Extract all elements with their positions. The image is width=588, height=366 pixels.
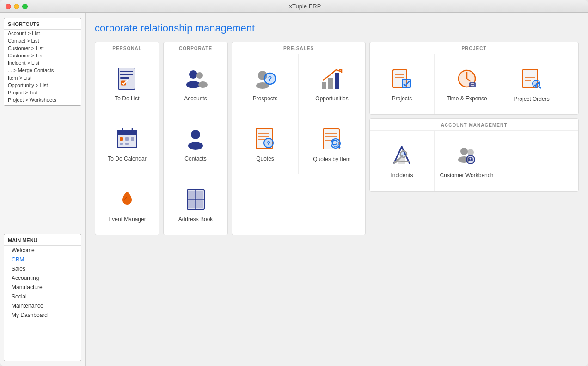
svg-rect-28 [196, 191, 203, 199]
shortcut-customer-list1[interactable]: Customer > List [4, 44, 81, 52]
incidents-label: Incidents [391, 172, 413, 179]
svg-rect-15 [125, 143, 129, 145]
shortcut-project-list[interactable]: Project > List [4, 89, 81, 96]
menu-sales[interactable]: Sales [4, 264, 81, 273]
event-manager-item[interactable]: Event Manager [95, 174, 159, 235]
shortcut-account-list[interactable]: Account > List [4, 30, 81, 37]
presales-header: PRE-SALES [232, 42, 365, 54]
event-manager-icon [115, 187, 140, 212]
main-menu-box: MAIN MENU Welcome CRM Sales Accounting M… [4, 234, 81, 361]
menu-social[interactable]: Social [4, 292, 81, 301]
shortcut-project-worksheets[interactable]: Project > Worksheets [4, 96, 81, 104]
project-orders-label: Project Orders [514, 96, 549, 102]
address-book-label: Address Book [178, 216, 213, 223]
corporate-header: CORPORATE [164, 42, 227, 54]
time-expense-icon [454, 66, 480, 92]
todo-list-item[interactable]: To Do List [95, 54, 159, 114]
contacts-item[interactable]: Contacts [164, 114, 227, 174]
quotes-by-item-icon [319, 127, 345, 152]
menu-my-dashboard[interactable]: My Dashboard [4, 310, 81, 320]
svg-rect-14 [120, 143, 123, 145]
svg-rect-37 [328, 78, 333, 89]
projects-icon [389, 66, 415, 92]
app-window: xTuple ERP SHORTCUTS Account > List Cont… [0, 0, 588, 366]
address-book-icon [183, 187, 208, 212]
svg-point-84 [460, 148, 468, 155]
svg-point-16 [189, 70, 197, 79]
menu-manufacture[interactable]: Manufacture [4, 283, 81, 292]
accounts-icon [183, 66, 208, 92]
svg-point-17 [186, 81, 200, 88]
maximize-button[interactable] [22, 4, 28, 9]
svg-rect-29 [188, 200, 195, 208]
todo-calendar-item[interactable]: To Do Calendar [95, 114, 159, 174]
shortcut-item-list[interactable]: Item > List [4, 74, 81, 81]
shortcut-contact-list[interactable]: Contact > List [4, 37, 81, 44]
close-button[interactable] [6, 4, 11, 9]
project-orders-item[interactable]: Project Orders [499, 54, 564, 114]
corporate-section: CORPORATE Accounts [163, 42, 228, 235]
main-content: corporate relationship management PERSON… [86, 13, 588, 366]
project-section: PROJECT [369, 42, 579, 115]
address-book-item[interactable]: Address Book [164, 174, 227, 235]
projects-label: Projects [392, 95, 412, 102]
shortcut-customer-list2[interactable]: Customer > List [4, 52, 81, 59]
project-orders-icon [519, 67, 545, 92]
svg-point-21 [188, 142, 203, 150]
menu-accounting[interactable]: Accounting [4, 273, 81, 283]
svg-rect-36 [322, 82, 326, 89]
time-expense-item[interactable]: Time & Expense [435, 54, 499, 114]
menu-welcome[interactable]: Welcome [4, 246, 81, 255]
customer-workbench-item[interactable]: Customer Workbench [435, 131, 499, 191]
todo-calendar-icon [115, 126, 140, 152]
minimize-button[interactable] [14, 4, 19, 9]
svg-point-86 [467, 149, 474, 155]
sidebar: SHORTCUTS Account > List Contact > List … [0, 13, 86, 366]
menu-crm[interactable]: CRM [4, 255, 81, 264]
shortcuts-box: SHORTCUTS Account > List Contact > List … [4, 18, 81, 106]
account-mgmt-header: ACCOUNT MANAGEMENT [370, 119, 578, 131]
quotes-item[interactable]: ? Quotes [232, 114, 299, 174]
projects-item[interactable]: Projects [370, 54, 435, 114]
todo-calendar-label: To Do Calendar [108, 155, 146, 162]
shortcut-opportunity-list[interactable]: Opportunity > List [4, 81, 81, 89]
opportunities-item[interactable]: Opportunities [299, 54, 365, 114]
menu-maintenance[interactable]: Maintenance [4, 301, 81, 310]
svg-rect-67 [469, 82, 476, 87]
opportunities-label: Opportunities [315, 95, 348, 102]
svg-text:?: ? [268, 75, 272, 82]
svg-rect-61 [402, 79, 410, 87]
shortcut-merge-contacts[interactable]: ... > Merge Contacts [4, 67, 81, 74]
svg-point-89 [469, 159, 471, 161]
svg-rect-11 [120, 137, 123, 141]
shortcuts-header: SHORTCUTS [4, 20, 81, 30]
project-header: PROJECT [370, 42, 578, 54]
time-expense-label: Time & Expense [447, 95, 487, 102]
contacts-label: Contacts [184, 155, 206, 162]
page-title: corporate relationship management [95, 22, 579, 34]
svg-point-19 [198, 81, 208, 88]
svg-rect-27 [188, 191, 195, 199]
customer-workbench-icon [454, 143, 479, 168]
incidents-item[interactable]: Incidents [370, 131, 435, 191]
prospects-item[interactable]: ? Prospects [232, 54, 299, 114]
svg-line-77 [539, 87, 541, 88]
incidents-icon [389, 143, 415, 168]
prospects-label: Prospects [253, 95, 277, 102]
svg-rect-12 [125, 137, 129, 141]
svg-rect-8 [117, 130, 137, 135]
shortcut-incident-list[interactable]: Incident > List [4, 59, 81, 67]
app-body: SHORTCUTS Account > List Contact > List … [0, 13, 588, 366]
opportunities-icon [319, 66, 345, 92]
todo-list-icon [115, 66, 140, 92]
account-mgmt-spacer [499, 131, 564, 191]
personal-section: PERSONAL To Do List [95, 42, 159, 235]
titlebar: xTuple ERP [0, 0, 588, 13]
svg-rect-38 [335, 73, 339, 89]
accounts-item[interactable]: Accounts [164, 54, 227, 114]
svg-point-90 [471, 159, 472, 161]
quotes-by-item-label: Quotes by Item [313, 156, 350, 162]
quotes-by-item-item[interactable]: Quotes by Item [299, 114, 365, 174]
traffic-lights [6, 4, 28, 9]
quotes-label: Quotes [256, 155, 274, 162]
